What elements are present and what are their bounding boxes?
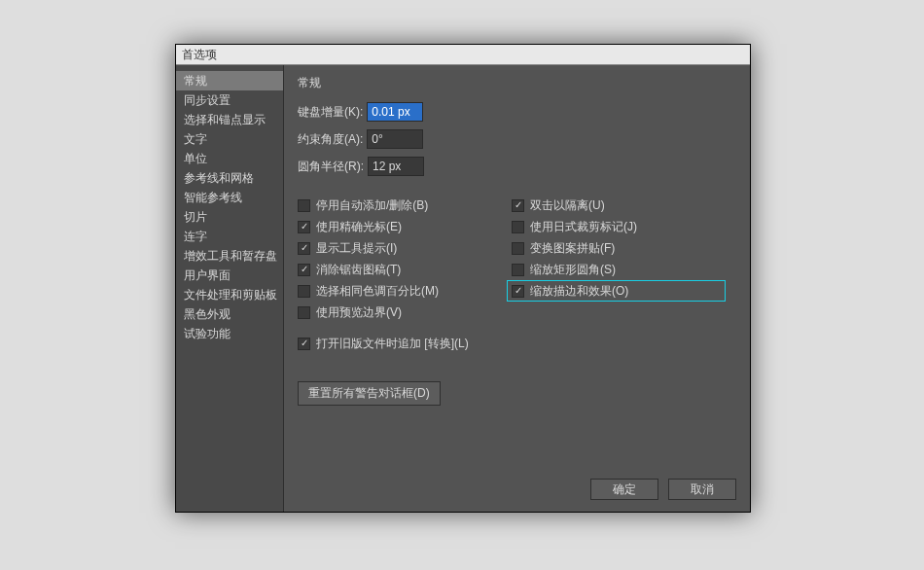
sidebar: 常规同步设置选择和锚点显示文字单位参考线和网格智能参考线切片连字增效工具和暂存盘… <box>176 65 284 512</box>
checkbox-row[interactable]: ✓显示工具提示(I) <box>298 237 512 259</box>
sidebar-item[interactable]: 用户界面 <box>176 266 283 285</box>
reset-row: 重置所有警告对话框(D) <box>298 381 736 406</box>
checkbox-columns: 停用自动添加/删除(B)✓使用精确光标(E)✓显示工具提示(I)✓消除锯齿图稿(… <box>298 195 736 323</box>
checkbox-label: 停用自动添加/删除(B) <box>316 197 428 214</box>
corner-radius-label: 圆角半径(R): <box>298 159 364 175</box>
corner-radius-row: 圆角半径(R): <box>298 156 736 177</box>
sidebar-item[interactable]: 选择和锚点显示 <box>176 110 283 129</box>
checkbox-icon: ✓ <box>512 199 524 212</box>
checkbox-row[interactable]: 变换图案拼贴(F) <box>512 237 726 259</box>
checkbox-row[interactable]: ✓缩放描边和效果(O) <box>507 280 726 302</box>
dialog-title: 首选项 <box>182 48 217 61</box>
preferences-dialog: 首选项 常规同步设置选择和锚点显示文字单位参考线和网格智能参考线切片连字增效工具… <box>175 44 751 513</box>
checkbox-label: 显示工具提示(I) <box>316 240 397 257</box>
sidebar-item[interactable]: 智能参考线 <box>176 188 283 207</box>
checkbox-row[interactable]: ✓双击以隔离(U) <box>512 195 726 216</box>
corner-radius-input[interactable] <box>368 157 424 176</box>
checkbox-row[interactable]: 停用自动添加/删除(B) <box>298 195 512 216</box>
sidebar-item[interactable]: 试验功能 <box>176 324 283 343</box>
keyboard-increment-label: 键盘增量(K): <box>298 104 363 121</box>
checkbox-icon: ✓ <box>298 264 310 276</box>
reset-warnings-button[interactable]: 重置所有警告对话框(D) <box>298 381 441 406</box>
checkbox-label: 缩放矩形圆角(S) <box>530 262 616 278</box>
checkbox-label: 使用预览边界(V) <box>316 304 402 321</box>
checkbox-label: 选择相同色调百分比(M) <box>316 283 439 300</box>
checkbox-label: 消除锯齿图稿(T) <box>316 262 401 278</box>
dialog-titlebar[interactable]: 首选项 <box>176 45 750 65</box>
checkbox-icon: ✓ <box>298 221 310 233</box>
checkbox-icon <box>298 199 310 212</box>
open-legacy-label: 打开旧版文件时追加 [转换](L) <box>316 336 469 352</box>
checkbox-icon <box>512 264 524 276</box>
checkbox-icon <box>512 221 524 233</box>
checkbox-icon: ✓ <box>512 285 524 298</box>
sidebar-item[interactable]: 连字 <box>176 227 283 246</box>
checkbox-icon <box>298 306 310 319</box>
sidebar-item[interactable]: 文字 <box>176 129 283 149</box>
cancel-button[interactable]: 取消 <box>668 479 736 500</box>
checkbox-icon: ✓ <box>298 338 310 350</box>
checkbox-row[interactable]: 使用预览边界(V) <box>298 302 512 323</box>
checkbox-row[interactable]: 使用日式裁剪标记(J) <box>512 216 726 237</box>
checkbox-icon <box>512 242 524 255</box>
checkbox-row[interactable]: ✓消除锯齿图稿(T) <box>298 259 512 280</box>
open-legacy-row: ✓ 打开旧版文件时追加 [转换](L) <box>298 333 736 354</box>
main-panel: 常规 键盘增量(K): 约束角度(A): 圆角半径(R): 停用自动添加/删除(… <box>284 65 750 512</box>
checkbox-column-left: 停用自动添加/删除(B)✓使用精确光标(E)✓显示工具提示(I)✓消除锯齿图稿(… <box>298 195 512 323</box>
sidebar-item[interactable]: 单位 <box>176 149 283 168</box>
checkbox-label: 使用精确光标(E) <box>316 219 402 235</box>
sidebar-item[interactable]: 增效工具和暂存盘 <box>176 246 283 266</box>
sidebar-item[interactable]: 同步设置 <box>176 90 283 110</box>
sidebar-item[interactable]: 黑色外观 <box>176 304 283 324</box>
constraint-angle-row: 约束角度(A): <box>298 128 736 150</box>
checkbox-icon <box>298 285 310 298</box>
checkbox-column-right: ✓双击以隔离(U)使用日式裁剪标记(J)变换图案拼贴(F)缩放矩形圆角(S)✓缩… <box>512 195 726 323</box>
sidebar-item[interactable]: 常规 <box>176 71 283 90</box>
constraint-angle-input[interactable] <box>367 129 423 149</box>
sidebar-item[interactable]: 文件处理和剪贴板 <box>176 285 283 304</box>
checkbox-row[interactable]: 选择相同色调百分比(M) <box>298 280 512 302</box>
checkbox-row[interactable]: 缩放矩形圆角(S) <box>512 259 726 280</box>
keyboard-increment-row: 键盘增量(K): <box>298 101 736 123</box>
checkbox-label: 使用日式裁剪标记(J) <box>530 219 637 235</box>
panel-title: 常规 <box>298 75 736 91</box>
ok-button[interactable]: 确定 <box>590 479 658 500</box>
checkbox-label: 双击以隔离(U) <box>530 197 605 214</box>
dialog-buttons: 确定 取消 <box>590 479 736 500</box>
checkbox-label: 变换图案拼贴(F) <box>530 240 615 257</box>
checkbox-row[interactable]: ✓使用精确光标(E) <box>298 216 512 237</box>
sidebar-item[interactable]: 切片 <box>176 207 283 227</box>
sidebar-item[interactable]: 参考线和网格 <box>176 168 283 188</box>
keyboard-increment-input[interactable] <box>367 102 423 122</box>
open-legacy-checkbox[interactable]: ✓ 打开旧版文件时追加 [转换](L) <box>298 333 736 354</box>
checkbox-label: 缩放描边和效果(O) <box>530 283 628 300</box>
checkbox-icon: ✓ <box>298 242 310 255</box>
dialog-body: 常规同步设置选择和锚点显示文字单位参考线和网格智能参考线切片连字增效工具和暂存盘… <box>176 65 750 512</box>
constraint-angle-label: 约束角度(A): <box>298 131 363 148</box>
